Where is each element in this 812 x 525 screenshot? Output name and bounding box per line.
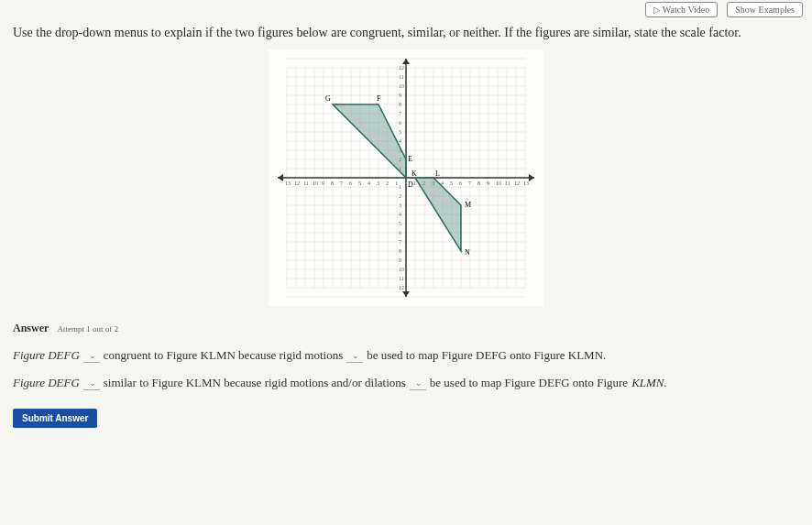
show-label: Show Examples [735, 5, 795, 15]
svg-text:7: 7 [399, 111, 401, 116]
svg-text:11: 11 [399, 276, 404, 281]
svg-text:2: 2 [399, 157, 401, 162]
svg-text:5: 5 [399, 221, 401, 226]
video-icon: ▷ [653, 5, 661, 15]
show-examples-button[interactable]: Show Examples [727, 2, 803, 17]
svg-text:10: 10 [399, 267, 404, 272]
svg-text:3: 3 [432, 180, 434, 186]
svg-text:12: 12 [514, 180, 520, 186]
svg-text:7: 7 [468, 180, 471, 186]
y-arrow-down-icon [402, 291, 410, 297]
svg-text:12: 12 [399, 65, 404, 71]
svg-text:12: 12 [399, 285, 404, 290]
y-arrow-icon [402, 59, 410, 64]
congruent-is-dropdown[interactable]: ⌄ [83, 349, 100, 363]
chevron-down-icon: ⌄ [89, 378, 96, 388]
svg-text:1: 1 [395, 180, 398, 186]
coordinate-graph: D E F G K L M N 131211109876543211234567… [13, 49, 799, 310]
watch-label: Watch Video [663, 5, 709, 15]
svg-text:3: 3 [377, 180, 379, 186]
svg-text:3: 3 [399, 148, 401, 153]
svg-text:9: 9 [399, 257, 401, 263]
svg-text:2: 2 [386, 180, 389, 186]
label-f: F [377, 94, 381, 103]
svg-text:5: 5 [358, 180, 361, 186]
svg-text:12: 12 [294, 180, 300, 186]
label-n: N [465, 248, 470, 257]
label-g: G [325, 94, 331, 103]
sentence-1: Figure DEFG ⌄ congruent to Figure KLMN b… [13, 348, 799, 363]
svg-text:4: 4 [399, 212, 401, 217]
attempt-counter: Attempt 1 out of 2 [58, 324, 119, 334]
svg-text:8: 8 [477, 180, 480, 186]
svg-text:8: 8 [399, 102, 401, 107]
svg-text:9: 9 [322, 180, 324, 186]
svg-text:4: 4 [368, 180, 370, 186]
watch-video-button[interactable]: ▷ Watch Video [645, 2, 719, 17]
label-l: L [435, 170, 440, 178]
svg-text:3: 3 [399, 202, 401, 208]
svg-text:2: 2 [422, 180, 425, 186]
chevron-down-icon: ⌄ [89, 351, 96, 360]
x-arrow-left-icon [278, 174, 283, 181]
svg-text:2: 2 [399, 193, 401, 199]
x-arrow-icon [529, 174, 534, 181]
label-m: M [465, 201, 471, 209]
svg-text:10: 10 [399, 83, 404, 89]
fig-defg-text-2: Figure DEFG [13, 376, 80, 390]
svg-text:9: 9 [399, 93, 401, 98]
svg-text:1: 1 [413, 180, 416, 186]
fig-defg-text: Figure DEFG [13, 348, 80, 363]
similar-can-dropdown[interactable]: ⌄ [410, 377, 426, 390]
svg-text:10: 10 [496, 180, 501, 186]
label-k: K [411, 170, 417, 178]
answer-heading: Answer [13, 322, 49, 334]
similar-tail: be used to map Figure DEFG onto Figure [430, 376, 628, 390]
klmn-tail: KLMN. [631, 376, 667, 390]
svg-text:5: 5 [450, 180, 453, 186]
svg-text:11: 11 [505, 180, 510, 186]
svg-text:5: 5 [399, 129, 401, 135]
label-e: E [408, 155, 412, 163]
svg-text:6: 6 [349, 180, 352, 186]
svg-text:4: 4 [441, 180, 444, 186]
svg-text:10: 10 [313, 180, 318, 186]
sentence-2: Figure DEFG ⌄ similar to Figure KLMN bec… [13, 376, 799, 390]
chevron-down-icon: ⌄ [352, 351, 359, 360]
svg-text:7: 7 [399, 239, 401, 245]
svg-text:11: 11 [399, 74, 404, 80]
congruent-tail: be used to map Figure DEFG onto Figure K… [367, 348, 606, 363]
svg-text:6: 6 [399, 120, 401, 126]
question-text: Use the drop-down menus to explain if th… [13, 26, 799, 40]
svg-text:11: 11 [303, 180, 309, 186]
svg-text:13: 13 [285, 180, 291, 186]
svg-text:4: 4 [399, 138, 401, 144]
svg-text:1: 1 [399, 184, 401, 190]
svg-text:6: 6 [399, 230, 401, 235]
submit-answer-button[interactable]: Submit Answer [13, 409, 97, 428]
svg-text:7: 7 [340, 180, 343, 186]
similar-is-dropdown[interactable]: ⌄ [83, 377, 100, 390]
svg-text:6: 6 [459, 180, 462, 186]
similar-text: similar to Figure KLMN because rigid mot… [104, 376, 406, 390]
svg-text:9: 9 [487, 180, 489, 186]
svg-text:1: 1 [399, 166, 401, 171]
congruent-text: congruent to Figure KLMN because rigid m… [104, 348, 343, 363]
svg-text:13: 13 [523, 180, 529, 186]
svg-text:8: 8 [331, 180, 334, 186]
chevron-down-icon: ⌄ [415, 378, 422, 388]
svg-text:8: 8 [399, 248, 401, 254]
congruent-can-dropdown[interactable]: ⌄ [346, 349, 363, 363]
